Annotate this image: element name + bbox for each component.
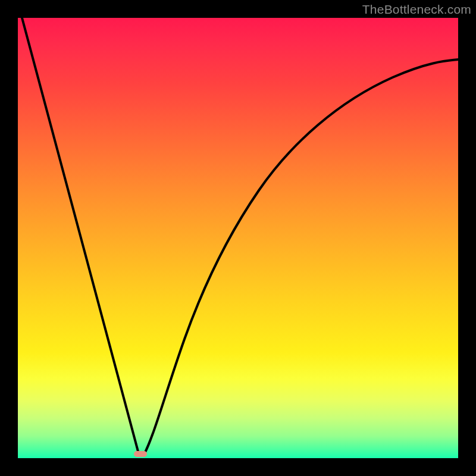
curve-right-branch bbox=[143, 60, 458, 456]
bottleneck-curve bbox=[18, 18, 458, 458]
curve-left-branch bbox=[22, 18, 139, 456]
bottleneck-marker bbox=[134, 451, 147, 457]
plot-area bbox=[18, 18, 458, 458]
watermark-text: TheBottleneck.com bbox=[362, 2, 471, 17]
chart-frame: TheBottleneck.com bbox=[0, 0, 476, 476]
